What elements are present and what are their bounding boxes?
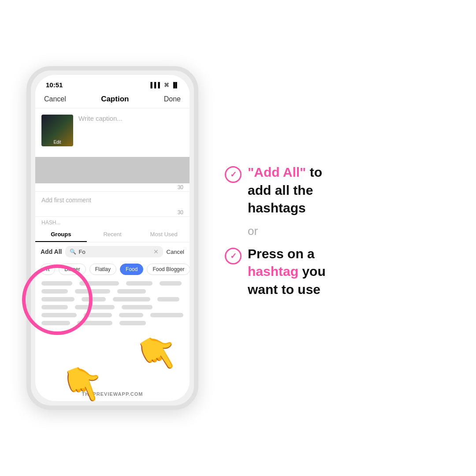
hashtag-item[interactable] [150, 313, 183, 317]
check-icon-2: ✓ [225, 248, 242, 264]
hashtag-item[interactable] [75, 305, 115, 309]
hashtag-item[interactable] [41, 321, 70, 325]
instruction-2: ✓ Press on a hashtag youwant to use [225, 245, 450, 299]
tab-recent[interactable]: Recent [87, 227, 138, 242]
hashtag-row-5 [41, 313, 183, 317]
hashtag-section: HASH... Groups Recent Most Used [35, 216, 190, 401]
add-all-button[interactable]: Add All [41, 248, 62, 255]
search-input-wrap[interactable]: 🔍 Fo ✕ [65, 246, 163, 257]
hashtag-item[interactable] [117, 289, 146, 294]
hashtag-item[interactable] [41, 305, 68, 309]
hashtag-item[interactable] [122, 305, 152, 309]
hashtag-item[interactable] [41, 297, 74, 301]
battery-icon: ▐▌ [171, 82, 179, 88]
checkmark-1: ✓ [230, 170, 237, 179]
hashtag-item[interactable] [160, 281, 182, 286]
instruction-text-2: Press on a hashtag youwant to use [248, 245, 326, 299]
search-cancel-button[interactable]: Cancel [167, 249, 184, 255]
wifi-icon: ⌘ [164, 82, 169, 88]
hashtag-item[interactable] [41, 313, 77, 317]
instruction-1: ✓ "Add All" toadd all thehashtags [225, 164, 450, 217]
instruction-text-1: "Add All" toadd all thehashtags [248, 164, 322, 217]
category-tag-dinner[interactable]: Dinner [59, 264, 86, 275]
hashtag-item[interactable] [41, 281, 72, 286]
hashtag-item[interactable] [77, 321, 112, 325]
category-tag-food[interactable]: Food [120, 264, 143, 275]
caption-input[interactable]: Write caption... [73, 115, 183, 151]
hashtag-highlight: hashtag [248, 264, 298, 279]
hashtag-list [35, 278, 190, 401]
edit-label[interactable]: Edit [53, 140, 61, 145]
or-separator: or [248, 224, 450, 238]
tab-most-used[interactable]: Most Used [138, 227, 190, 242]
right-panel: ✓ "Add All" toadd all thehashtags or ✓ P… [225, 155, 450, 321]
hashtag-row-6 [41, 321, 183, 325]
tab-groups[interactable]: Groups [35, 227, 87, 242]
press-on-a: Press on a [248, 246, 315, 261]
hashtag-row-3 [41, 297, 183, 301]
hashtag-item[interactable] [41, 289, 68, 294]
category-tag-food-blogger[interactable]: Food Blogger [147, 264, 190, 275]
caption-char-count: 30 [35, 183, 190, 191]
hashtag-row-2 [41, 289, 183, 294]
hashtag-tabs: Groups Recent Most Used [35, 227, 190, 242]
comment-char-count: 30 [35, 208, 190, 216]
comment-area[interactable]: Add first comment [35, 191, 190, 208]
hashtag-row-4 [41, 305, 183, 309]
page-container: 10:51 ▌▌▌ ⌘ ▐▌ Cancel Caption Done [0, 0, 476, 476]
caption-placeholder: Write caption... [78, 115, 123, 122]
caption-area: Edit Write caption... [35, 108, 190, 157]
hashtag-item[interactable] [119, 313, 143, 317]
hashtag-item[interactable] [79, 281, 119, 286]
hashtag-row-1 [41, 281, 183, 286]
signal-icon: ▌▌▌ [150, 82, 162, 88]
comment-placeholder: Add first comment [41, 197, 91, 204]
caption-title: Caption [101, 95, 129, 104]
search-row: Add All 🔍 Fo ✕ Cancel [35, 242, 190, 261]
status-icons: ▌▌▌ ⌘ ▐▌ [150, 82, 179, 88]
phone-wrapper: 10:51 ▌▌▌ ⌘ ▐▌ Cancel Caption Done [26, 66, 198, 410]
category-tag-art[interactable]: rt [41, 264, 55, 275]
hashtag-item[interactable] [75, 289, 110, 294]
hashtag-item[interactable] [84, 313, 112, 317]
hashtag-item[interactable] [119, 321, 146, 325]
hashtag-item[interactable] [126, 281, 152, 286]
phone-screen: 10:51 ▌▌▌ ⌘ ▐▌ Cancel Caption Done [35, 75, 190, 401]
checkmark-2: ✓ [230, 251, 237, 261]
add-all-highlight: "Add All" [248, 165, 306, 179]
hashtag-label: HASH... [35, 217, 190, 227]
hashtag-item[interactable] [157, 297, 179, 301]
check-icon-1: ✓ [225, 166, 242, 183]
done-button[interactable]: Done [164, 95, 181, 103]
category-tag-flatlay[interactable]: Flatlay [89, 264, 116, 275]
photo-thumbnail[interactable]: Edit [41, 115, 73, 146]
caption-gray-fill [35, 157, 190, 183]
status-time: 10:51 [46, 81, 63, 89]
search-clear-icon[interactable]: ✕ [153, 248, 159, 255]
phone-mockup: 10:51 ▌▌▌ ⌘ ▐▌ Cancel Caption Done [26, 66, 198, 410]
search-icon: 🔍 [70, 249, 76, 255]
hashtag-item[interactable] [82, 297, 106, 301]
hashtag-item[interactable] [113, 297, 150, 301]
status-bar: 10:51 ▌▌▌ ⌘ ▐▌ [35, 75, 190, 91]
category-row: rt Dinner Flatlay Food Food Blogger Food… [35, 261, 190, 278]
search-input[interactable]: Fo [78, 249, 151, 255]
cancel-button[interactable]: Cancel [44, 95, 66, 103]
caption-header: Cancel Caption Done [35, 91, 190, 108]
website-label: THEPREVIEWAPP.COM [82, 391, 143, 397]
